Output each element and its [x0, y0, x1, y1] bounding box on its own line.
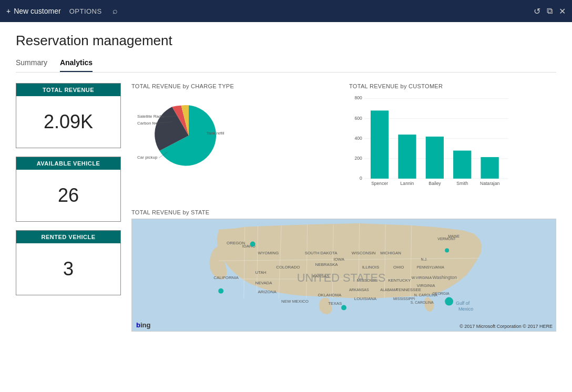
titlebar: + New customer OPTIONS ⌕ ↺ ⧉ ✕: [0, 0, 572, 22]
svg-text:IOWA: IOWA: [333, 257, 345, 262]
svg-text:Spencer: Spencer: [371, 181, 388, 186]
tab-analytics[interactable]: Analytics: [60, 56, 93, 72]
svg-text:ARKANSAS: ARKANSAS: [349, 288, 369, 292]
svg-text:ILLINOIS: ILLINOIS: [362, 265, 380, 270]
svg-text:600: 600: [354, 116, 362, 121]
pie-label-satellite: Satellite Radio: [137, 114, 165, 119]
bar-chart-title: TOTAL REVENUE by CUSTOMER: [349, 83, 556, 89]
map-box: OREGON IDAHO WYOMING COLORADO SOUTH DAKO…: [131, 219, 556, 332]
pie-chart-title: TOTAL REVENUE by CHARGE TYPE: [131, 83, 339, 89]
bar-bailey: [426, 137, 444, 179]
map-dot-vermont: [445, 248, 449, 252]
svg-text:KENTUCKY: KENTUCKY: [388, 278, 411, 283]
bar-lannin: [398, 135, 416, 179]
svg-text:200: 200: [354, 156, 362, 161]
page-title: Reservation management: [16, 33, 556, 49]
svg-text:0: 0: [360, 176, 362, 181]
map-copyright: © 2017 Microsoft Corporation © 2017 HERE: [459, 324, 553, 329]
svg-text:GEORGIA: GEORGIA: [432, 292, 450, 295]
kpi-available-vehicle: AVAILABLE VEHICLE 26: [16, 157, 121, 222]
kpi-total-revenue: TOTAL REVENUE 2.09K: [16, 83, 121, 148]
svg-text:NEVADA: NEVADA: [256, 281, 273, 285]
kpi-available-vehicle-value: 26: [16, 170, 120, 221]
svg-text:ARIZONA: ARIZONA: [258, 290, 277, 294]
svg-text:MISSISSIPPI: MISSISSIPPI: [393, 297, 415, 301]
tabs: Summary Analytics: [16, 56, 556, 73]
svg-text:W.VIRGINIA: W.VIRGINIA: [412, 276, 432, 280]
svg-text:UNITED STATES: UNITED STATES: [297, 271, 386, 284]
svg-text:WYOMING: WYOMING: [258, 251, 279, 255]
svg-text:OHIO: OHIO: [393, 265, 404, 270]
svg-text:Lannin: Lannin: [401, 181, 414, 186]
svg-text:MICHIGAN: MICHIGAN: [380, 251, 401, 255]
new-customer-label: New customer: [14, 7, 60, 15]
svg-text:Natarajan: Natarajan: [480, 181, 499, 186]
svg-text:N.J.: N.J.: [421, 257, 427, 261]
map-dot-idaho: [250, 242, 256, 247]
map-dot-georgia: [445, 297, 453, 306]
bar-chart: 800 600 400 200 0: [349, 94, 517, 199]
map-container: TOTAL REVENUE by STATE: [131, 209, 556, 332]
svg-text:OKLAHOMA: OKLAHOMA: [318, 293, 342, 297]
svg-text:UTAH: UTAH: [256, 270, 267, 275]
options-button[interactable]: OPTIONS: [69, 7, 102, 15]
kpi-total-revenue-value: 2.09K: [16, 96, 120, 148]
search-icon[interactable]: ⌕: [113, 6, 118, 16]
svg-text:Mexico: Mexico: [458, 306, 473, 312]
kpi-rented-vehicle-value: 3: [16, 243, 120, 295]
map-dot-texas: [341, 305, 346, 310]
svg-text:Smith: Smith: [456, 181, 468, 186]
bing-logo: bing: [136, 321, 150, 329]
charts-column: TOTAL REVENUE by CHARGE TYPE: [131, 83, 556, 332]
tab-summary[interactable]: Summary: [16, 56, 47, 72]
dashboard: TOTAL REVENUE 2.09K AVAILABLE VEHICLE 26…: [16, 83, 556, 332]
plus-icon: +: [6, 7, 11, 15]
svg-text:400: 400: [354, 136, 362, 141]
svg-text:PENNSYLVANIA: PENNSYLVANIA: [417, 265, 444, 269]
svg-text:ALABAMA: ALABAMA: [380, 288, 397, 292]
close-icon[interactable]: ✕: [559, 6, 566, 16]
svg-text:Gulf of: Gulf of: [456, 301, 470, 306]
svg-text:COLORADO: COLORADO: [276, 265, 300, 270]
new-customer-button[interactable]: + New customer: [6, 7, 61, 15]
map-title: TOTAL REVENUE by STATE: [131, 209, 556, 215]
bar-chart-container: TOTAL REVENUE by CUSTOMER 800 600 400 20…: [349, 83, 556, 201]
pie-label-carbon: Carbon fee: [137, 121, 158, 126]
svg-text:MAINE: MAINE: [448, 234, 459, 238]
window-controls: ↺ ⧉ ✕: [534, 6, 566, 16]
kpi-rented-vehicle-header: RENTED VEHICLE: [16, 231, 120, 243]
map-svg: OREGON IDAHO WYOMING COLORADO SOUTH DAKO…: [132, 219, 556, 331]
bar-natarajan: [481, 157, 498, 179]
main-content: Reservation management Summary Analytics…: [0, 22, 572, 392]
svg-text:Bailey: Bailey: [428, 181, 441, 186]
svg-text:TENNESSEE: TENNESSEE: [396, 287, 421, 292]
kpi-column: TOTAL REVENUE 2.09K AVAILABLE VEHICLE 26…: [16, 83, 121, 332]
pie-label-tank-refill: Tank refill: [207, 131, 224, 136]
svg-text:Washington: Washington: [432, 275, 457, 280]
charts-top-row: TOTAL REVENUE by CHARGE TYPE: [131, 83, 556, 201]
bar-smith: [453, 151, 471, 179]
refresh-icon[interactable]: ↺: [534, 6, 540, 16]
svg-text:SOUTH DAKOTA: SOUTH DAKOTA: [305, 251, 338, 255]
pie-chart: Tank refill Satellite Radio Carbon fee C…: [131, 94, 237, 178]
kpi-available-vehicle-header: AVAILABLE VEHICLE: [16, 157, 120, 170]
kpi-total-revenue-header: TOTAL REVENUE: [16, 84, 120, 96]
pie-chart-container: TOTAL REVENUE by CHARGE TYPE: [131, 83, 339, 201]
svg-text:VIRGINIA: VIRGINIA: [417, 283, 435, 288]
svg-text:WISCONSIN: WISCONSIN: [352, 251, 376, 255]
kpi-rented-vehicle: RENTED VEHICLE 3: [16, 230, 121, 295]
bar-spencer: [371, 110, 389, 179]
svg-text:NEW MEXICO: NEW MEXICO: [281, 299, 309, 304]
svg-text:LOUISIANA: LOUISIANA: [354, 296, 377, 301]
svg-text:CALIFORNIA: CALIFORNIA: [213, 275, 239, 280]
pie-label-car-pickup: Car pickup: [137, 155, 158, 160]
maximize-icon[interactable]: ⧉: [547, 6, 553, 16]
svg-text:800: 800: [354, 95, 362, 100]
map-dot-california: [218, 288, 223, 294]
svg-text:TEXAS: TEXAS: [328, 301, 342, 306]
svg-text:NEBRASKA: NEBRASKA: [315, 262, 339, 267]
svg-text:S. CAROLINA: S. CAROLINA: [411, 301, 434, 304]
